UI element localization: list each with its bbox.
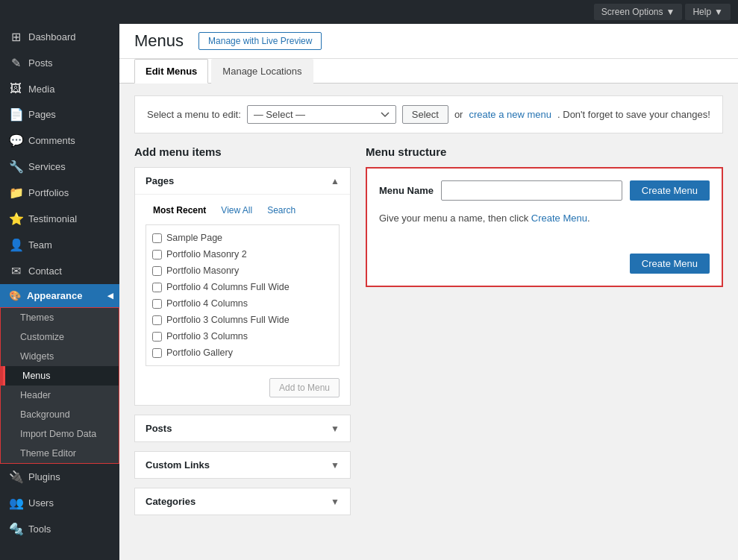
pages-accordion-label: Pages bbox=[146, 175, 174, 186]
sample-page-checkbox[interactable] bbox=[152, 233, 162, 243]
menu-name-input[interactable] bbox=[441, 180, 622, 201]
sidebar-sub-import-demo[interactable]: Import Demo Data bbox=[1, 424, 119, 444]
posts-accordion: Posts ▼ bbox=[134, 415, 351, 442]
posts-accordion-header[interactable]: Posts ▼ bbox=[135, 415, 350, 441]
sidebar-item-label: Comments bbox=[28, 135, 75, 146]
create-menu-button-bottom[interactable]: Create Menu bbox=[630, 254, 710, 274]
sidebar-sub-theme-editor[interactable]: Theme Editor bbox=[1, 444, 119, 463]
sidebar-item-label: Tools bbox=[28, 523, 51, 535]
pages-accordion-body: Most Recent View All Search Sample Page bbox=[135, 194, 350, 405]
chevron-right-icon: ◀ bbox=[107, 292, 113, 300]
tab-edit-menus[interactable]: Edit Menus bbox=[134, 59, 208, 84]
portfolio-4-label: Portfolio 4 Columns bbox=[166, 298, 248, 309]
dashboard-icon: ⊞ bbox=[9, 30, 22, 44]
sidebar-item-contact[interactable]: ✉ Contact bbox=[0, 258, 119, 284]
sidebar-sub-customize[interactable]: Customize bbox=[1, 327, 119, 347]
sidebar-item-label: Dashboard bbox=[28, 31, 76, 43]
chevron-down-icon: ▼ bbox=[331, 460, 340, 471]
search-subtab[interactable]: Search bbox=[260, 202, 303, 218]
view-all-subtab[interactable]: View All bbox=[213, 202, 260, 218]
sidebar-item-portfolios[interactable]: 📁 Portfolios bbox=[0, 180, 119, 206]
sidebar-item-team[interactable]: 👤 Team bbox=[0, 232, 119, 258]
chevron-down-icon: ▼ bbox=[331, 424, 340, 434]
two-col-layout: Add menu items Pages ▲ Most Recent View … bbox=[134, 145, 723, 524]
sidebar-item-comments[interactable]: 💬 Comments bbox=[0, 128, 119, 154]
team-icon: 👤 bbox=[9, 238, 22, 252]
list-item: Portfolio Masonry bbox=[151, 262, 334, 279]
most-recent-subtab[interactable]: Most Recent bbox=[146, 202, 213, 218]
portfolio-4-full-checkbox[interactable] bbox=[152, 283, 162, 292]
portfolio-masonry-label: Portfolio Masonry bbox=[166, 265, 239, 276]
sidebar-item-label: Contact bbox=[28, 265, 62, 277]
list-item: Portfolio 4 Columns Full Wide bbox=[151, 279, 334, 295]
screen-options-button[interactable]: Screen Options ▼ bbox=[594, 4, 683, 20]
categories-accordion-label: Categories bbox=[146, 496, 196, 507]
add-to-menu-button[interactable]: Add to Menu bbox=[269, 378, 340, 397]
sidebar-item-tools[interactable]: 🔩 Tools bbox=[0, 516, 119, 542]
portfolio-3-checkbox[interactable] bbox=[152, 332, 162, 342]
sidebar-item-label: Portfolios bbox=[28, 187, 69, 198]
sidebar-item-dashboard[interactable]: ⊞ Dashboard bbox=[0, 24, 119, 50]
portfolio-3-full-label: Portfolio 3 Columns Full Wide bbox=[166, 315, 290, 325]
custom-links-accordion-header[interactable]: Custom Links ▼ bbox=[135, 452, 350, 478]
select-label: Select a menu to edit: bbox=[147, 109, 241, 120]
add-menu-items-panel: Add menu items Pages ▲ Most Recent View … bbox=[134, 145, 351, 524]
sidebar-item-appearance[interactable]: 🎨 Appearance ◀ bbox=[0, 284, 119, 307]
list-item: Portfolio 3 Columns bbox=[151, 328, 334, 345]
page-title: Menus bbox=[134, 31, 184, 51]
sidebar-sub-background[interactable]: Background bbox=[1, 405, 119, 424]
categories-accordion-header[interactable]: Categories ▼ bbox=[135, 488, 350, 515]
sidebar-item-media[interactable]: 🖼 Media bbox=[0, 76, 119, 101]
portfolio-gallery-label: Portfolio Gallery bbox=[166, 347, 233, 358]
menu-structure-title: Menu structure bbox=[366, 145, 723, 158]
sidebar-item-services[interactable]: 🔧 Services bbox=[0, 154, 119, 180]
tab-manage-locations[interactable]: Manage Locations bbox=[211, 59, 313, 84]
appearance-icon: 🎨 bbox=[9, 290, 21, 301]
chevron-down-icon: ▼ bbox=[666, 7, 675, 17]
portfolio-3-full-checkbox[interactable] bbox=[152, 315, 162, 325]
select-button[interactable]: Select bbox=[402, 105, 448, 124]
list-item: Portfolio Masonry 2 bbox=[151, 246, 334, 262]
pages-subtabs: Most Recent View All Search bbox=[146, 202, 340, 218]
sidebar-sub-widgets[interactable]: Widgets bbox=[1, 347, 119, 366]
menu-name-row: Menu Name Create Menu bbox=[379, 180, 710, 201]
add-menu-items-title: Add menu items bbox=[134, 145, 351, 158]
sidebar-item-users[interactable]: 👥 Users bbox=[0, 490, 119, 516]
live-preview-button[interactable]: Manage with Live Preview bbox=[198, 32, 322, 50]
portfolio-masonry-checkbox[interactable] bbox=[152, 266, 162, 276]
list-item: Portfolio 3 Columns Full Wide bbox=[151, 312, 334, 328]
pages-accordion-header[interactable]: Pages ▲ bbox=[135, 168, 350, 194]
help-button[interactable]: Help ▼ bbox=[685, 4, 731, 20]
list-item: Sample Page bbox=[151, 230, 334, 246]
sidebar-item-pages[interactable]: 📄 Pages bbox=[0, 101, 119, 128]
or-text: or bbox=[454, 109, 463, 120]
portfolio-masonry-2-checkbox[interactable] bbox=[152, 250, 162, 259]
create-new-menu-link[interactable]: create a new menu bbox=[469, 109, 551, 120]
sidebar-sub-themes[interactable]: Themes bbox=[1, 308, 119, 327]
page-header: Menus Manage with Live Preview bbox=[119, 24, 738, 59]
hint-text: . Don't forget to save your changes! bbox=[557, 109, 710, 120]
create-menu-button-top[interactable]: Create Menu bbox=[630, 180, 710, 201]
portfolio-gallery-checkbox[interactable] bbox=[152, 348, 162, 358]
services-icon: 🔧 bbox=[9, 160, 22, 174]
plugins-icon: 🔌 bbox=[9, 470, 22, 484]
app-layout: ⊞ Dashboard ✎ Posts 🖼 Media 📄 Pages 💬 Co… bbox=[0, 24, 738, 560]
tab-bar: Edit Menus Manage Locations bbox=[119, 59, 738, 84]
sidebar-item-posts[interactable]: ✎ Posts bbox=[0, 50, 119, 76]
portfolio-4-checkbox[interactable] bbox=[152, 299, 162, 309]
sidebar-sub-header[interactable]: Header bbox=[1, 386, 119, 405]
sidebar: ⊞ Dashboard ✎ Posts 🖼 Media 📄 Pages 💬 Co… bbox=[0, 24, 119, 560]
main-content: Menus Manage with Live Preview Edit Menu… bbox=[119, 24, 738, 560]
pages-accordion: Pages ▲ Most Recent View All Search bbox=[134, 167, 351, 406]
select-menu-bar: Select a menu to edit: — Select — Select… bbox=[134, 95, 723, 133]
sidebar-item-label: Users bbox=[28, 497, 54, 509]
list-item: Portfolio Gallery bbox=[151, 345, 334, 361]
sidebar-item-testimonial[interactable]: ⭐ Testimonial bbox=[0, 206, 119, 232]
create-menu-hint-link[interactable]: Create Menu bbox=[531, 213, 587, 224]
users-icon: 👥 bbox=[9, 496, 22, 510]
sidebar-item-plugins[interactable]: 🔌 Plugins bbox=[0, 464, 119, 490]
menu-select[interactable]: — Select — bbox=[247, 105, 396, 124]
testimonial-icon: ⭐ bbox=[9, 212, 22, 226]
sidebar-sub-menus[interactable]: Menus bbox=[1, 366, 119, 386]
sidebar-item-label: Posts bbox=[28, 57, 53, 69]
